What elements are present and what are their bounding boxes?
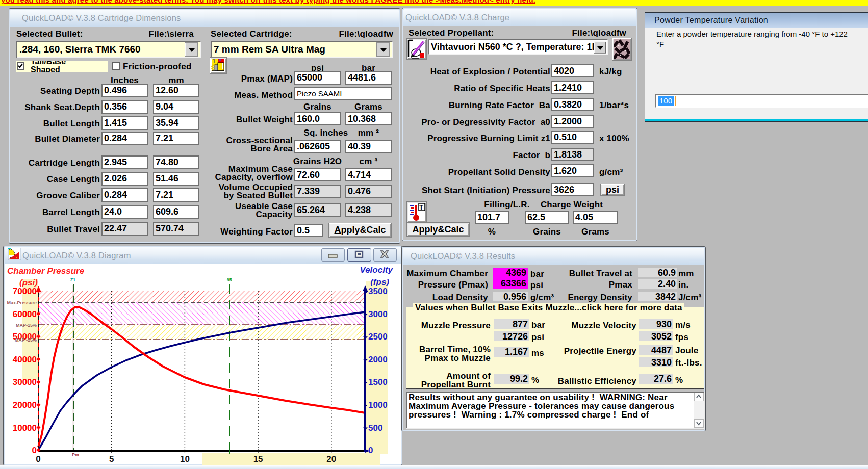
svg-text:3000: 3000 [368, 309, 388, 319]
svg-text:Max.Pressure: Max.Pressure [7, 300, 37, 305]
svg-text:20000: 20000 [13, 400, 37, 410]
svg-text:Z1: Z1 [70, 277, 75, 282]
svg-text:95: 95 [227, 277, 232, 282]
svg-text:20: 20 [326, 454, 336, 464]
svg-text:1000: 1000 [368, 400, 388, 410]
svg-text:0: 0 [368, 446, 373, 455]
svg-text:30000: 30000 [13, 377, 37, 387]
svg-text:Velocity: Velocity [360, 265, 393, 275]
svg-text:Pm: Pm [72, 452, 79, 457]
svg-text:10000: 10000 [13, 423, 37, 433]
svg-text:10: 10 [180, 454, 190, 464]
svg-text:Chamber Pressure: Chamber Pressure [7, 266, 84, 276]
svg-text:T: T [419, 203, 423, 211]
svg-text:MAP-15%: MAP-15% [16, 323, 37, 328]
svg-text:15: 15 [253, 454, 263, 464]
svg-text:5: 5 [109, 454, 114, 464]
svg-text:0: 0 [36, 454, 40, 464]
svg-text:500: 500 [368, 423, 382, 433]
svg-text:3500: 3500 [368, 286, 388, 296]
svg-text:70000: 70000 [13, 286, 37, 296]
svg-text:(fps): (fps) [370, 277, 389, 287]
svg-text:60000: 60000 [13, 309, 37, 319]
svg-text:40000: 40000 [13, 355, 37, 364]
svg-text:1500: 1500 [368, 377, 388, 387]
svg-text:2500: 2500 [368, 332, 388, 342]
svg-text:(psi): (psi) [19, 278, 38, 288]
svg-text:MAP -25%: MAP -25% [15, 337, 37, 343]
svg-text:2000: 2000 [368, 355, 388, 364]
